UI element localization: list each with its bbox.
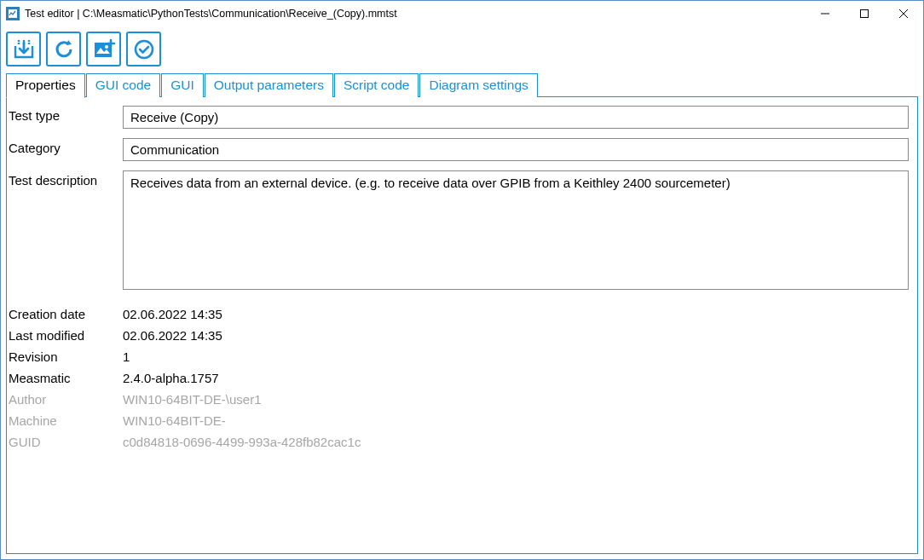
value-guid: c0d84818-0696-4499-993a-428fb82cac1c	[123, 432, 909, 449]
input-category[interactable]	[123, 138, 909, 161]
value-author: WIN10-64BIT-DE-\user1	[123, 390, 909, 407]
input-test-description[interactable]	[123, 170, 909, 290]
label-guid: GUID	[7, 432, 123, 449]
window: Test editor | C:\Measmatic\PythonTests\C…	[0, 0, 924, 560]
tab-properties[interactable]: Properties	[6, 73, 85, 98]
row-last-modified: Last modified 02.06.2022 14:35	[7, 326, 909, 343]
app-icon	[6, 7, 20, 20]
svg-rect-5	[95, 43, 112, 57]
label-machine: Machine	[7, 411, 123, 428]
label-measmatic: Measmatic	[7, 368, 123, 385]
window-controls	[806, 1, 923, 26]
label-creation-date: Creation date	[7, 304, 123, 321]
tab-diagram-settings[interactable]: Diagram settings	[419, 73, 537, 97]
label-last-modified: Last modified	[7, 326, 123, 343]
label-test-type: Test type	[7, 106, 123, 123]
row-guid: GUID c0d84818-0696-4499-993a-428fb82cac1…	[7, 432, 909, 449]
close-button[interactable]	[884, 1, 923, 26]
minimize-button[interactable]	[806, 1, 845, 26]
value-revision: 1	[123, 347, 909, 364]
label-test-description: Test description	[7, 170, 123, 188]
titlebar: Test editor | C:\Measmatic\PythonTests\C…	[1, 1, 923, 26]
svg-point-7	[136, 41, 153, 58]
row-author: Author WIN10-64BIT-DE-\user1	[7, 390, 909, 407]
tab-script-code[interactable]: Script code	[334, 73, 419, 97]
tab-gui[interactable]: GUI	[161, 73, 204, 97]
maximize-button[interactable]	[845, 1, 884, 26]
add-image-button[interactable]	[86, 32, 121, 66]
save-button[interactable]	[6, 32, 41, 66]
window-title: Test editor | C:\Measmatic\PythonTests\C…	[25, 8, 806, 20]
row-revision: Revision 1	[7, 347, 909, 364]
value-creation-date: 02.06.2022 14:35	[123, 304, 909, 321]
row-test-type: Test type	[7, 106, 909, 129]
svg-rect-2	[861, 10, 869, 18]
row-category: Category	[7, 138, 909, 161]
tab-content: Test type Category Test description Crea…	[6, 97, 918, 554]
tab-output-parameters[interactable]: Output parameters	[205, 73, 333, 97]
label-author: Author	[7, 390, 123, 407]
svg-point-6	[105, 45, 108, 49]
value-last-modified: 02.06.2022 14:35	[123, 326, 909, 343]
label-revision: Revision	[7, 347, 123, 364]
value-measmatic: 2.4.0-alpha.1757	[123, 368, 909, 385]
row-test-description: Test description	[7, 170, 909, 290]
row-measmatic: Measmatic 2.4.0-alpha.1757	[7, 368, 909, 385]
label-category: Category	[7, 138, 123, 155]
row-creation-date: Creation date 02.06.2022 14:35	[7, 304, 909, 321]
toolbar	[1, 26, 923, 73]
reload-button[interactable]	[46, 32, 81, 66]
row-machine: Machine WIN10-64BIT-DE-	[7, 411, 909, 428]
tab-bar: Properties GUI code GUI Output parameter…	[1, 73, 923, 97]
tab-gui-code[interactable]: GUI code	[86, 73, 160, 97]
input-test-type[interactable]	[123, 106, 909, 129]
validate-button[interactable]	[126, 32, 161, 66]
value-machine: WIN10-64BIT-DE-	[123, 411, 909, 428]
